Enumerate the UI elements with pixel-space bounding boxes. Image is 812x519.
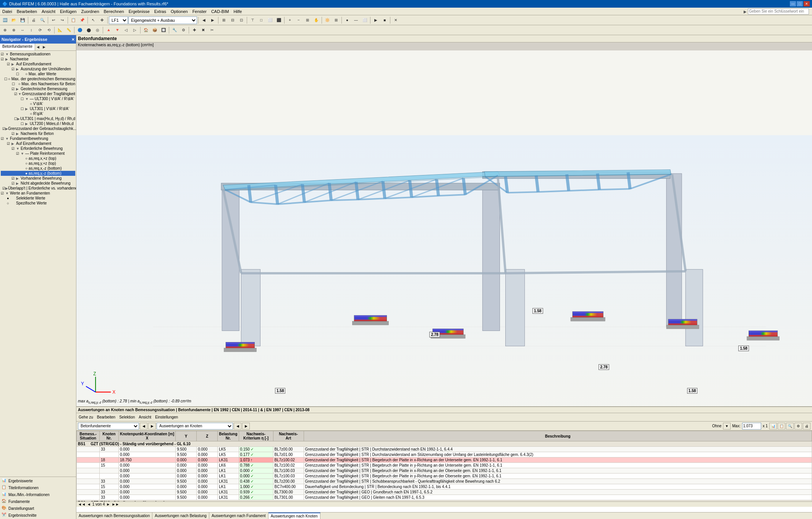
zoom-out[interactable]: −	[294, 16, 303, 24]
tb2-12[interactable]: 🔺	[104, 26, 113, 34]
tb2-14[interactable]: ◁	[122, 26, 130, 34]
tb2-16[interactable]: 🏠	[142, 26, 150, 34]
wire-btn[interactable]: ⊞	[332, 16, 340, 24]
nav-close-btn[interactable]: ✕	[71, 37, 74, 42]
calc-btn[interactable]: ▶	[372, 16, 380, 24]
tree-ult300[interactable]: ☐ ▼ — ULT300 | V'd/A' / R'd/A'	[1, 96, 75, 101]
bp-nav-next[interactable]: ▶	[148, 423, 156, 430]
node-btn[interactable]: ●	[343, 16, 351, 24]
minimize-button[interactable]: —	[790, 1, 796, 6]
table-row[interactable]: 33 0.000 9.500 0.000 LK31 0.438 ✓ BL7z20…	[77, 479, 812, 484]
tb2-3[interactable]: ↔	[18, 26, 27, 34]
tree-fundamentbewehrung[interactable]: ☑ ▼ Fundamentbewehrung	[1, 136, 75, 141]
tree-fund-einzel[interactable]: ☑ ▶ Auf Einzelfundament	[1, 141, 75, 146]
menu-einfuegen[interactable]: Einfügen	[58, 8, 79, 15]
tb2-11[interactable]: ◎	[93, 26, 102, 34]
menu-bearbeiten[interactable]: Bearbeiten	[15, 8, 39, 15]
move-btn[interactable]: ✥	[98, 16, 106, 24]
tree-ult301[interactable]: ☐ ▶ ULT301 | V'd/A' / R'd/A'	[1, 106, 75, 111]
zoom-fit[interactable]: ⊞	[303, 16, 312, 24]
tree-rqa[interactable]: ○ R'q/A'	[1, 111, 75, 116]
tab-bemessungssituation[interactable]: Auswertungen nach Bemessungssituation	[76, 513, 152, 519]
table-row[interactable]: 33 0.000 9.500 0.000 LK5 0.150 ✓ BL7z00.…	[77, 447, 812, 452]
bp-icon-1[interactable]: 📊	[769, 423, 777, 430]
tb2-19[interactable]: 🔧	[170, 26, 179, 34]
view-3d[interactable]: ⬛	[275, 16, 283, 24]
tree-grenz-gebrau[interactable]: ☑ ▶ Grenzzustand der Gebrauchstauglichk.…	[1, 126, 75, 131]
new-btn[interactable]: 🆕	[1, 16, 9, 24]
view-top[interactable]: ⊤	[248, 16, 257, 24]
table-row-highlight[interactable]: 18 18.750 0.000 0.000 LK31 1.073 ↑ BL7z1…	[77, 457, 812, 463]
nav-ergebnisschnitte[interactable]: ✂️ Ergebnisschnitte	[1, 512, 75, 518]
line-btn[interactable]: —	[352, 16, 360, 24]
tree-ult301b[interactable]: ☐ ▶ ULT301 | max(Hx,d, Hy,d) / Rh,d	[1, 116, 75, 121]
tb2-2[interactable]: ⊗	[10, 26, 18, 34]
table-row[interactable]: 33 0.000 9.500 0.000 LK31 0.939 ✓ BL7300…	[77, 490, 812, 495]
undo-btn[interactable]: ↩	[49, 16, 58, 24]
table-row[interactable]: 15 0.000 0.000 0.000 LK6 0.788 ✓ BL7z100…	[77, 463, 812, 468]
select-all[interactable]: ⊞	[220, 16, 228, 24]
tb2-7[interactable]: 📐	[56, 26, 64, 34]
loadtype-combo[interactable]: Eigengewicht + Ausbau	[128, 16, 197, 24]
delete-res[interactable]: ✕	[391, 16, 400, 24]
bp-icon-3[interactable]: 🔍	[786, 423, 794, 430]
tb2-17[interactable]: 📦	[150, 26, 159, 34]
tab-knoten[interactable]: Auswertungen nach Knoten	[269, 513, 320, 519]
tb2-1[interactable]: ⊕	[1, 26, 9, 34]
pager-prev[interactable]: ◄	[87, 502, 91, 506]
nav-titelinformationen[interactable]: 📋 Titelinformationen	[1, 485, 75, 491]
tree-max-werte[interactable]: ☐ ○ Max. aller Werte	[1, 71, 75, 76]
tree-as-bot-x[interactable]: ○ as,req,x,-z (bottom)	[1, 166, 75, 171]
deselect[interactable]: ⊟	[228, 16, 237, 24]
next-lc[interactable]: ▶	[209, 16, 217, 24]
loadcase-combo[interactable]: LF1	[109, 16, 128, 24]
tree-max-geo[interactable]: ☐ ○ Max. der geotechnischen Bemessung	[1, 76, 75, 81]
tree-vorh-bew[interactable]: ☑ ▶ Vorhandene Bewehrung	[1, 176, 75, 181]
tab-belastung[interactable]: Auswertungen nach Belastung	[152, 513, 209, 519]
table-row[interactable]: 15 0.000 0.000 0.000 LK1 1.000 ✓ BC7n400…	[77, 484, 812, 490]
tree-geotechnik[interactable]: ☑ ▶ Geotechnische Bemessung	[1, 86, 75, 91]
bp-icon-2[interactable]: 📋	[778, 423, 785, 430]
tb2-18[interactable]: 🔲	[159, 26, 168, 34]
table-row[interactable]: 0.000 0.000 0.000 LK1 0.000 ✓ BL7z100.03…	[77, 474, 812, 479]
tb2-21[interactable]: ✚	[190, 26, 199, 34]
tb2-5[interactable]: ⟳	[36, 26, 44, 34]
bp-menu-gehzu[interactable]: Gehe zu	[77, 415, 95, 420]
bp-menu-selektion[interactable]: Selektion	[118, 415, 136, 420]
tree-as-top-x[interactable]: ○ as,req,x,+z (top)	[1, 156, 75, 161]
pager-next[interactable]: ►	[107, 502, 110, 506]
menu-cad-bim[interactable]: CAD-BIM	[209, 8, 231, 15]
bp-nav-prev2[interactable]: ◀	[234, 423, 241, 430]
bp-menu-ansicht[interactable]: Ansicht	[137, 415, 153, 420]
table-row[interactable]: 0.000 0.000 0.000 LK1 0.000 ✓ BL7z100.03…	[77, 468, 812, 474]
close-button[interactable]: ✕	[804, 1, 810, 6]
3d-canvas[interactable]: X Z Y 1.58 2.78 1.58 2.78	[76, 50, 812, 519]
view-front[interactable]: □	[257, 16, 265, 24]
tree-plate-reinf[interactable]: ☑ ▼ — Plate Reinforcement	[1, 151, 75, 156]
tb2-4[interactable]: ↕	[27, 26, 36, 34]
tb2-8[interactable]: 📏	[65, 26, 73, 34]
table-row[interactable]: 0.000 9.500 0.000 LK5 0.177 ✓ BL7z01.00 …	[77, 452, 812, 457]
tb2-23[interactable]: ✂	[208, 26, 216, 34]
bp-filter-btn[interactable]: ▼	[723, 423, 731, 430]
bp-menu-bearbeiten[interactable]: Bearbeiten	[95, 415, 117, 420]
tree-werte-fund[interactable]: ☑ ▼ Werte an Fundamenten	[1, 191, 75, 196]
bp-dropdown-main[interactable]: Betonfundamente	[78, 423, 139, 430]
bp-icon-4[interactable]: ⚙	[794, 423, 802, 430]
save-btn[interactable]: 💾	[18, 16, 27, 24]
stop-btn[interactable]: ■	[380, 16, 389, 24]
select-type[interactable]: ⊡	[237, 16, 246, 24]
tree-umhuellenden[interactable]: ☑ ▶ Ausnutzung der Umhüllenden	[1, 66, 75, 71]
tree-ult200[interactable]: ☐ ▶ ULT200 | Mdes,d / Mrds,d	[1, 121, 75, 126]
tree-max-beton[interactable]: ☐ ○ Max. des Nachweises für Beton	[1, 81, 75, 86]
view-side[interactable]: ⬜	[266, 16, 274, 24]
tree-nichtabg[interactable]: ☑ ▶ Nicht abgedeckte Bewehrung	[1, 181, 75, 186]
print-btn[interactable]: 🖨	[29, 16, 38, 24]
tree-selek-werte[interactable]: ● Selektierte Werte	[1, 196, 75, 201]
tb2-13[interactable]: 🔻	[113, 26, 121, 34]
menu-optionen[interactable]: Optionen	[168, 8, 190, 15]
copy-btn[interactable]: 📋	[69, 16, 78, 24]
tree-ueberlapp[interactable]: ☑ ▶ Überlapp't | Erforderliche vs. vorha…	[1, 186, 75, 191]
menu-fenster[interactable]: Fenster	[190, 8, 209, 15]
bp-max-input[interactable]	[742, 423, 761, 430]
